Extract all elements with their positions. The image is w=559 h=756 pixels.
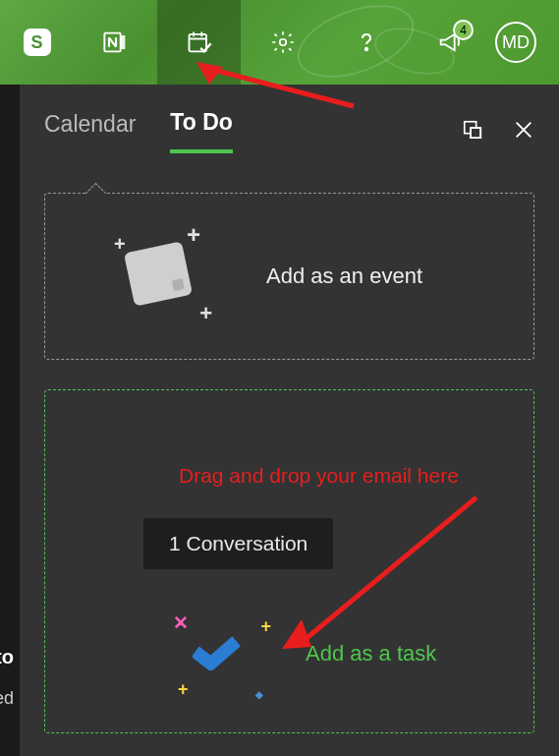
svg-rect-1: [189, 34, 206, 52]
annotation-text: Drag and drop your email here: [179, 464, 459, 488]
sparkle-icon: +: [199, 301, 212, 326]
help-button[interactable]: [324, 0, 408, 85]
notification-count: 4: [460, 24, 467, 37]
calendar-check-icon: [186, 29, 213, 56]
svg-point-3: [364, 48, 366, 50]
panel-actions: [462, 119, 534, 145]
settings-button[interactable]: [241, 0, 324, 85]
sparkle-icon: +: [260, 616, 271, 637]
add-event-dropzone[interactable]: + + + Add as an event: [44, 193, 534, 360]
event-illustration: + + +: [109, 225, 212, 328]
close-icon: [513, 119, 534, 141]
sparkle-icon: ✕: [173, 611, 189, 634]
sparkle-icon: +: [178, 679, 189, 700]
left-text-2: ed: [0, 688, 14, 709]
my-day-panel: Calendar To Do + + + Add as: [20, 85, 559, 756]
announcements-button[interactable]: 4: [408, 0, 491, 85]
calendar-icon: [124, 241, 193, 306]
gear-icon: [270, 29, 296, 55]
panel-header: Calendar To Do: [44, 109, 534, 153]
sparkle-icon: ◆: [255, 689, 263, 700]
notification-badge: 4: [453, 20, 474, 40]
question-icon: [355, 28, 378, 57]
conversation-chip[interactable]: 1 Conversation: [143, 518, 333, 569]
tab-calendar[interactable]: Calendar: [44, 111, 136, 151]
sparkle-icon: +: [187, 221, 200, 249]
avatar-initials: MD: [502, 32, 530, 53]
onenote-button[interactable]: [74, 0, 157, 85]
tab-todo[interactable]: To Do: [170, 109, 232, 153]
close-button[interactable]: [513, 119, 534, 145]
onenote-icon: [102, 29, 130, 56]
popout-button[interactable]: [462, 119, 483, 145]
header-apps: S: [0, 0, 491, 85]
skype-icon: S: [24, 29, 51, 56]
task-illustration: ✕ + + ◆: [173, 611, 281, 700]
skype-letter: S: [30, 32, 42, 53]
sparkle-icon: +: [114, 233, 126, 256]
user-avatar[interactable]: MD: [495, 22, 536, 63]
tasks-calendar-button[interactable]: [157, 0, 241, 85]
add-task-dropzone[interactable]: 1 Conversation ✕ + + ◆ Add as a task: [44, 389, 534, 733]
app-header: S: [0, 0, 559, 85]
skype-button[interactable]: S: [0, 0, 74, 85]
task-zone-label: Add as a task: [306, 641, 436, 667]
left-text-1: to: [0, 646, 14, 669]
popout-icon: [462, 119, 483, 141]
event-zone-label: Add as an event: [266, 263, 422, 289]
svg-point-2: [279, 39, 286, 46]
todo-check-icon: [193, 636, 242, 670]
